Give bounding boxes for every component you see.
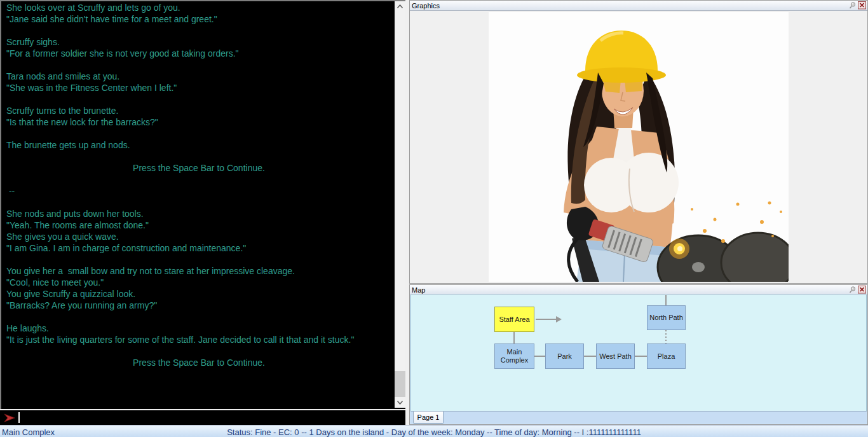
story-line: Press the Space Bar to Continue. bbox=[6, 357, 391, 368]
graphics-content bbox=[410, 11, 867, 283]
story-text: She looks over at Scruffy and lets go of… bbox=[6, 2, 391, 368]
map-panel: Map Staff AreaNorth PathMain ComplexPark… bbox=[409, 284, 868, 425]
story-text-panel[interactable]: She looks over at Scruffy and lets go of… bbox=[0, 0, 405, 409]
map-node-staff-area[interactable]: Staff Area bbox=[494, 307, 534, 332]
story-line bbox=[6, 25, 391, 36]
scroll-down-button[interactable] bbox=[395, 397, 405, 408]
prompt-arrow-icon bbox=[4, 413, 16, 423]
graphics-panel: Graphics bbox=[409, 0, 868, 284]
scrollbar-thumb[interactable] bbox=[395, 371, 405, 398]
adrift-runner-window: She looks over at Scruffy and lets go of… bbox=[0, 0, 868, 437]
story-line: "She was in the Fitness Center when I le… bbox=[6, 82, 391, 94]
story-line: "It is just the living quarters for some… bbox=[6, 334, 391, 345]
story-line bbox=[6, 128, 391, 139]
story-line: She nods and puts down her tools. bbox=[6, 208, 391, 219]
text-caret bbox=[18, 412, 20, 423]
story-line: "Jane said she didn't have time for a me… bbox=[6, 13, 391, 25]
status-text: Status: Fine - EC: 0 -- 1 Days on the is… bbox=[0, 427, 868, 437]
story-line bbox=[6, 151, 391, 162]
story-line bbox=[6, 254, 391, 265]
story-line: "Is that the new lock for the barracks?" bbox=[6, 116, 391, 128]
story-line: "Barracks? Are you running an army?" bbox=[6, 300, 391, 311]
story-line bbox=[6, 94, 391, 105]
story-line: "Yeah. The rooms are almost done." bbox=[6, 219, 391, 231]
map-node-west-path[interactable]: West Path bbox=[596, 343, 635, 369]
map-connection-lines bbox=[411, 295, 866, 412]
graphics-panel-title: Graphics bbox=[412, 2, 440, 10]
story-line bbox=[6, 174, 391, 185]
photo-illustration bbox=[489, 12, 789, 282]
story-line: You give Scruffy a quizzical look. bbox=[6, 288, 391, 300]
scroll-up-button[interactable] bbox=[395, 1, 405, 12]
close-icon[interactable] bbox=[858, 1, 866, 10]
story-line: "For a former soldier she is not very go… bbox=[6, 48, 391, 59]
story-line bbox=[6, 345, 391, 357]
graphics-photo bbox=[489, 12, 789, 282]
story-line: Scruffy sighs. bbox=[6, 36, 391, 48]
story-line: Press the Space Bar to Continue. bbox=[6, 162, 391, 174]
map-node-park[interactable]: Park bbox=[545, 343, 584, 369]
map-panel-title: Map bbox=[412, 286, 425, 294]
map-node-plaza[interactable]: Plaza bbox=[647, 343, 686, 369]
chevron-up-icon bbox=[396, 3, 404, 11]
map-node-north-path[interactable]: North Path bbox=[647, 305, 686, 330]
story-line: She looks over at Scruffy and lets go of… bbox=[6, 2, 391, 13]
story-line: He laughs. bbox=[6, 323, 391, 334]
pin-icon[interactable] bbox=[848, 1, 857, 10]
map-panel-titlebar[interactable]: Map bbox=[410, 285, 867, 295]
story-line bbox=[6, 311, 391, 323]
graphics-panel-titlebar[interactable]: Graphics bbox=[410, 1, 867, 11]
story-line: -- bbox=[6, 185, 391, 197]
story-line: Tara nods and smiles at you. bbox=[6, 71, 391, 82]
story-line: "I am Gina. I am in charge of constructi… bbox=[6, 242, 391, 254]
map-canvas: Staff AreaNorth PathMain ComplexParkWest… bbox=[410, 295, 867, 413]
story-line: "Cool, nice to meet you." bbox=[6, 277, 391, 288]
map-tabbar: Page 1 bbox=[410, 411, 867, 424]
story-line bbox=[6, 59, 391, 71]
status-bar: Main Complex Status: Fine - EC: 0 -- 1 D… bbox=[0, 426, 868, 437]
story-line: You give her a small bow and try not to … bbox=[6, 265, 391, 277]
map-node-main-complex[interactable]: Main Complex bbox=[494, 343, 534, 369]
map-tab-page1[interactable]: Page 1 bbox=[413, 412, 444, 424]
story-scrollbar[interactable] bbox=[395, 1, 405, 408]
command-input[interactable] bbox=[0, 410, 405, 425]
story-line: She gives you a quick wave. bbox=[6, 231, 391, 242]
pin-icon[interactable] bbox=[848, 286, 857, 294]
story-line: Scruffy turns to the brunette. bbox=[6, 105, 391, 116]
story-line bbox=[6, 197, 391, 208]
chevron-down-icon bbox=[396, 398, 404, 406]
close-icon[interactable] bbox=[858, 286, 866, 294]
story-line: The brunette gets up and nods. bbox=[6, 139, 391, 151]
